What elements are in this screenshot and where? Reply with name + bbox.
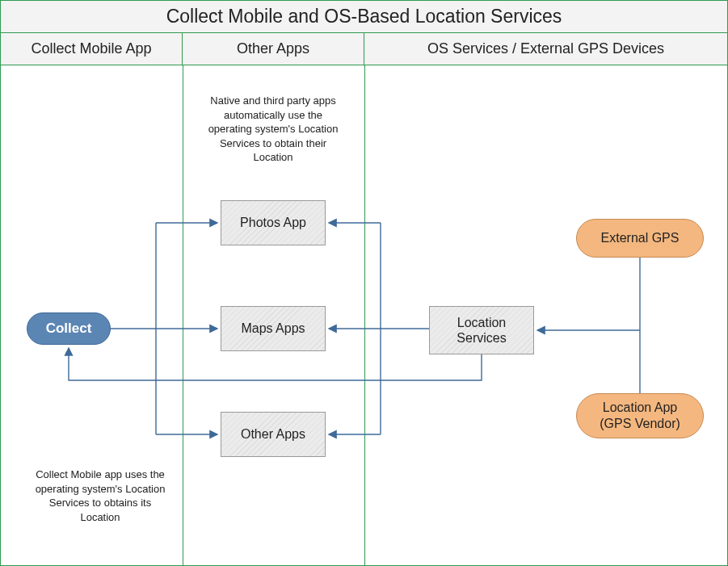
diagram-title: Collect Mobile and OS-Based Location Ser… [1,1,727,33]
column-headers: Collect Mobile App Other Apps OS Service… [1,33,727,65]
column-header-os-services: OS Services / External GPS Devices [364,33,727,65]
node-location-services: Location Services [429,306,534,354]
note-other-apps: Native and third party apps automaticall… [204,94,342,165]
node-photos-app: Photos App [221,200,326,245]
column-header-collect-mobile: Collect Mobile App [1,33,183,65]
note-collect-app: Collect Mobile app uses the operating sy… [32,467,169,524]
column-divider-1 [183,65,183,565]
column-divider-2 [364,65,365,565]
node-external-gps: External GPS [576,219,704,258]
node-collect: Collect [27,312,111,345]
diagram-container: Collect Mobile and OS-Based Location Ser… [0,0,728,566]
node-vendor-gps: Location App (GPS Vendor) [576,393,704,438]
node-other-apps: Other Apps [221,412,326,457]
column-header-other-apps: Other Apps [183,33,364,65]
node-maps-apps: Maps Apps [221,306,326,351]
